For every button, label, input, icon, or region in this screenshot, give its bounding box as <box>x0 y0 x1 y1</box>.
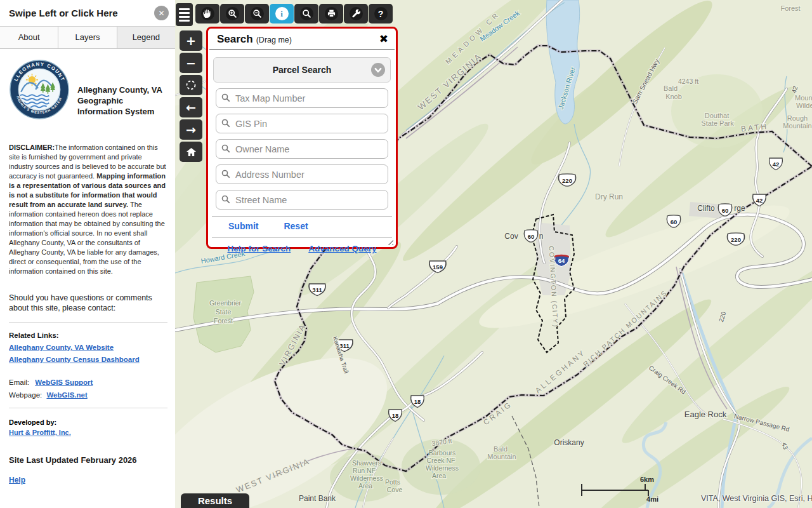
tax-map-field-wrap <box>216 88 388 108</box>
map-label: Mountain <box>487 453 516 460</box>
zoom-out-tool-button[interactable] <box>245 4 269 23</box>
search-tool-button[interactable] <box>294 4 318 23</box>
svg-text:18: 18 <box>414 398 421 405</box>
county-website-link[interactable]: Alleghany County, VA Website <box>9 344 114 351</box>
home-extent-button[interactable] <box>180 142 202 162</box>
parcel-search-accordion[interactable]: Parcel Search <box>213 57 391 83</box>
svg-text:64: 64 <box>558 257 565 264</box>
next-extent-button[interactable]: → <box>180 119 202 140</box>
tools-button[interactable] <box>344 4 368 23</box>
close-icon[interactable]: ✖ <box>379 34 388 44</box>
map-zoom-in-button[interactable]: + <box>180 30 202 51</box>
search-icon <box>221 144 230 156</box>
submit-button[interactable]: Submit <box>228 221 258 231</box>
sidebar: Swipe Left or Click Here ✕ About Layers … <box>0 0 175 508</box>
census-dashboard-link[interactable]: Alleghany County Census Dashboard <box>9 356 140 363</box>
map-label: Forest <box>214 317 233 324</box>
webpage-label: Webpage: <box>9 391 42 399</box>
wrench-icon <box>350 7 363 20</box>
svg-text:60: 60 <box>722 207 729 214</box>
street-name-input[interactable] <box>216 190 388 210</box>
search-icon <box>221 195 230 206</box>
search-panel-title: Search <box>217 33 253 46</box>
map-label: Cov <box>504 232 518 241</box>
map-label: Forest <box>780 4 800 12</box>
map-label: Area <box>432 472 446 479</box>
close-icon[interactable]: ✕ <box>154 6 169 20</box>
map-label: Rough <box>787 114 808 122</box>
help-for-search-link[interactable]: Help for Search <box>227 244 291 253</box>
sidebar-tabs: About Layers Legend <box>0 27 175 49</box>
map-label: Run NF <box>353 467 376 474</box>
map-label: Potts <box>385 478 400 486</box>
owner-name-input[interactable] <box>216 139 388 159</box>
results-label: Results <box>198 495 232 506</box>
gis-pin-field-wrap <box>216 114 388 133</box>
magnifier-minus-icon <box>251 7 264 20</box>
tab-legend[interactable]: Legend <box>117 27 175 48</box>
map-toolbar: i ? <box>195 4 393 23</box>
menu-icon[interactable] <box>176 3 193 26</box>
related-links-block: Related Links: Alleghany County, VA Webs… <box>9 331 167 363</box>
map-label: Area <box>358 482 372 490</box>
map-nav-controls: + − ← → <box>180 30 202 162</box>
contact-note: Should you have questions or comments ab… <box>9 293 167 313</box>
search-panel-header[interactable]: Search (Drag me) ✖ <box>209 29 395 50</box>
webgis-support-link[interactable]: WebGIS Support <box>35 378 93 386</box>
map-attribution: VITA, West Virginia GIS, Esri, HE <box>701 494 812 503</box>
map-label: Knob <box>665 93 682 100</box>
info-icon: i <box>275 7 289 20</box>
advanced-query-link[interactable]: Advanced Query <box>308 244 376 253</box>
sidebar-title: Swipe Left or Click Here <box>9 8 154 18</box>
help-link[interactable]: Help <box>9 476 25 485</box>
gis-pin-input[interactable] <box>216 114 388 133</box>
map-label: Bald <box>664 84 678 92</box>
address-number-input[interactable] <box>216 164 388 184</box>
help-tool-button[interactable]: ? <box>369 4 393 23</box>
svg-text:220: 220 <box>562 177 572 184</box>
search-icon <box>221 93 230 105</box>
pan-tool-button[interactable] <box>195 4 219 23</box>
identify-tool-button[interactable]: i <box>270 4 294 23</box>
previous-extent-button[interactable]: ← <box>180 97 202 117</box>
print-tool-button[interactable] <box>319 4 343 23</box>
tab-about[interactable]: About <box>0 27 58 48</box>
results-bar[interactable]: Results <box>181 493 249 508</box>
scale-mi-label: 4mi <box>646 495 658 503</box>
search-panel: Search (Drag me) ✖ Parcel Search <box>206 27 398 249</box>
map-canvas[interactable]: 2206060602204242159311311181864 MEADOW C… <box>175 0 812 508</box>
map-label: Douthat <box>705 112 730 119</box>
map-label: State Park <box>701 119 734 127</box>
street-name-field-wrap <box>216 190 388 210</box>
search-icon <box>221 119 230 130</box>
tax-map-number-input[interactable] <box>216 88 388 108</box>
developed-by-label: Developed by: <box>9 418 56 426</box>
map-label: Barbours <box>429 449 456 457</box>
reset-button[interactable]: Reset <box>284 221 308 231</box>
map-label: Creek NF <box>427 457 455 464</box>
scale-km-label: 6km <box>640 476 654 483</box>
magnifier-plus-icon <box>226 7 239 20</box>
site-updated-label: Site Last Updated February 2026 <box>9 455 167 465</box>
webgis-net-link[interactable]: WebGIS.net <box>46 391 87 399</box>
map-label: Bald <box>494 445 508 453</box>
search-actions: Submit Reset <box>208 217 396 231</box>
owner-name-field-wrap <box>216 139 388 159</box>
disclaimer-text: DISCLAIMER:The information contained on … <box>9 143 167 276</box>
map-label: Dry Run <box>595 192 623 201</box>
hand-icon <box>201 7 214 20</box>
county-seal-logo: ALLEGHANY COUNTY VIRGINIA'S WESTERN GATE… <box>9 59 70 120</box>
developer-link[interactable]: Hurt & Proffitt, Inc. <box>9 429 71 436</box>
map-label: Mountain <box>783 122 811 130</box>
svg-text:60: 60 <box>671 218 678 225</box>
map-zoom-out-button[interactable]: − <box>180 53 202 73</box>
sidebar-header: Swipe Left or Click Here ✕ <box>0 0 175 27</box>
zoom-in-tool-button[interactable] <box>220 4 244 23</box>
org-title: Alleghany County, VA Geographic Informat… <box>77 84 167 120</box>
locate-button[interactable] <box>180 75 202 95</box>
map-label: Eagle Rock <box>684 410 727 419</box>
map-label: State <box>216 308 232 316</box>
tab-layers[interactable]: Layers <box>58 27 117 48</box>
svg-text:159: 159 <box>433 264 443 271</box>
question-icon: ? <box>374 7 388 20</box>
